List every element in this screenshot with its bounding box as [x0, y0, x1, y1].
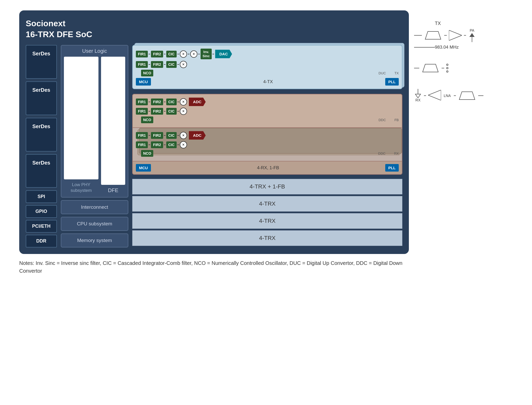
tx-mult-1: × [180, 50, 187, 58]
chip-container: Socionext 16-TRX DFE SoC SerDes SerDes S… [19, 10, 487, 254]
interconnect-box: Interconnect [61, 200, 128, 214]
rxfb-combined-block: FIR1 FIR2 CIC × ADC [132, 94, 402, 175]
tx-signal-row-2: FIR1 FIR2 CIC × [136, 61, 399, 68]
trx-row-1: 4-TRX [132, 196, 402, 212]
fb-chain-1: FIR1 FIR2 CIC × [136, 98, 188, 106]
tx-bottom-row: MCU 4-TX PLL [136, 78, 399, 86]
svg-marker-0 [425, 31, 441, 39]
rx-fir1-2: FIR1 [136, 141, 148, 148]
tx-combined-block: FIR1 FIR2 CIC × × [132, 45, 402, 91]
rx-mult-2: × [180, 141, 187, 148]
soc-box: Socionext 16-TRX DFE SoC SerDes SerDes S… [19, 10, 409, 254]
rx-external: RX LNA [414, 89, 482, 102]
dac-box: DAC [215, 50, 232, 58]
gpio-btn: GPIO [26, 205, 57, 218]
tx-external: TX [414, 21, 482, 42]
main-wrapper: Socionext 16-TRX DFE SoC SerDes SerDes S… [19, 10, 513, 275]
rx-filter-shape [458, 90, 476, 101]
trx-row-3: 4-TRX [132, 230, 402, 246]
tx-label-inner: TX [394, 71, 399, 75]
serdes-1: SerDes [26, 45, 57, 79]
user-logic-inner: Low PHYsubsystem DFE [64, 57, 125, 194]
soc-inner: SerDes SerDes SerDes SerDes SPI GPIO PCI… [26, 45, 402, 247]
trx-row-2: 4-TRX [132, 213, 402, 229]
svg-marker-3 [469, 33, 475, 37]
tx-pll: PLL [385, 78, 399, 86]
rx-cic-2: CIC [166, 141, 177, 148]
rx-fir2-2: FIR2 [151, 141, 163, 148]
tx-cic-2: CIC [166, 61, 177, 68]
rx-fir2-1: FIR2 [151, 132, 163, 139]
tx-ext-chain: PA [414, 28, 476, 42]
dfe-label: DFE [101, 186, 125, 194]
trx-rows: 4-TRX + 1-FB 4-TRX 4-TRX 4-TRX [132, 179, 402, 247]
fb-mult-2: × [180, 108, 187, 115]
fb-switch-dots [446, 64, 448, 73]
fb-fir1-1: FIR1 [136, 99, 148, 105]
fb-cic-2: CIC [166, 108, 177, 115]
fb-external [414, 63, 482, 73]
svg-marker-7 [428, 90, 441, 100]
tx-mcu: MCU [136, 78, 151, 86]
user-logic-white-box-2 [101, 57, 125, 185]
svg-marker-6 [415, 94, 421, 98]
right-col: FIR1 FIR2 CIC × × [132, 45, 402, 247]
freq-label: 983.04 MHz [435, 45, 459, 50]
serdes-3: SerDes [26, 118, 57, 152]
ddr-btn: DDR [26, 235, 57, 247]
pll-freq-section: 983.04 MHz [414, 45, 482, 50]
fb-cic-1: CIC [166, 99, 177, 105]
fb-fir2-2: FIR2 [151, 108, 163, 115]
tx-count-label: 4-TX [263, 79, 273, 84]
tx-nco: NCO [141, 70, 153, 76]
rx-stack: FIR1 FIR2 CIC × [136, 131, 399, 157]
lna-shape [428, 90, 441, 101]
pci-eth-btn: PCI/ETH [26, 220, 57, 233]
serdes-2: SerDes [26, 81, 57, 115]
rx-signal-row-2: FIR1 FIR2 CIC × [136, 141, 399, 148]
notes: Notes: Inv. Sinc = Inverse sinc filter, … [19, 259, 409, 275]
fb-filter-shape [421, 63, 440, 73]
svg-marker-1 [449, 30, 462, 41]
left-col: SerDes SerDes SerDes SerDes SPI GPIO PCI… [26, 45, 57, 247]
tx-inv-sinc: Inv.Sinc [201, 49, 212, 59]
memory-system-box: Memory system [61, 233, 128, 247]
fb-nco: NCO [141, 116, 153, 123]
rxfb-bottom-row: MCU 4-RX, 1-FB PLL [132, 161, 402, 175]
fb-adc: ADC [189, 97, 206, 106]
fb-fir1-2: FIR1 [136, 108, 148, 115]
rx-antenna-label: RX [415, 98, 420, 102]
tx-chain-1: FIR1 FIR2 CIC × × [136, 49, 214, 59]
tx-fir2-2: FIR2 [151, 61, 163, 68]
cpu-subsystem-box: CPU subsystem [61, 217, 128, 231]
tx-fir1-1: FIR1 [136, 51, 148, 57]
fb-nco-row: NCO DDC FB [136, 116, 399, 123]
spi-btn: SPI [26, 190, 57, 203]
tx-fir1-2: FIR1 [136, 61, 148, 68]
lna-label: LNA [444, 94, 451, 98]
rxfb-mcu: MCU [136, 164, 151, 172]
tx-fir2-1: FIR2 [151, 51, 163, 57]
rxfb-count-label: 4-RX, 1-FB [257, 165, 279, 171]
rx-signal-row-1: FIR1 FIR2 CIC × [136, 131, 399, 140]
tx-filter-shape [424, 30, 442, 41]
tx-antenna: PA [468, 28, 476, 42]
fb-chain-2: FIR1 FIR2 CIC × [136, 108, 187, 115]
serdes-4: SerDes [26, 154, 57, 188]
fb-mult-1: × [180, 98, 187, 106]
io-group: SPI GPIO PCI/ETH DDR [26, 190, 57, 247]
rx-chain-1: FIR1 FIR2 CIC × [136, 132, 188, 139]
user-logic-box: User Logic Low PHYsubsystem DFE [61, 45, 128, 198]
rx-cic-1: CIC [166, 132, 177, 139]
tx-chain-2: FIR1 FIR2 CIC × [136, 61, 214, 68]
fb-fir2-1: FIR2 [151, 99, 163, 105]
rxfb-pll: PLL [385, 164, 399, 172]
tx-mult-2: × [190, 50, 197, 58]
fb-signal-row-2: FIR1 FIR2 CIC × [136, 108, 399, 115]
tx-nco-row: NCO DUC TX [136, 70, 399, 76]
user-logic-white-box-1 [64, 57, 98, 179]
soc-title: Socionext 16-TRX DFE SoC [26, 18, 402, 40]
rx-subblock: FIR1 FIR2 CIC × [132, 128, 402, 161]
svg-marker-8 [459, 92, 475, 100]
fb-label-inner: FB [394, 118, 399, 122]
